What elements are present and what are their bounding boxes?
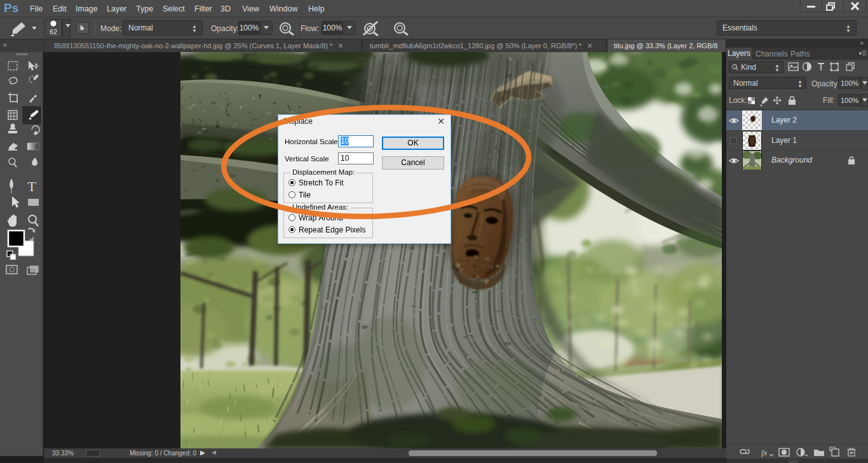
svg-text:fx: fx: [761, 448, 768, 457]
svg-text:T: T: [27, 178, 36, 194]
